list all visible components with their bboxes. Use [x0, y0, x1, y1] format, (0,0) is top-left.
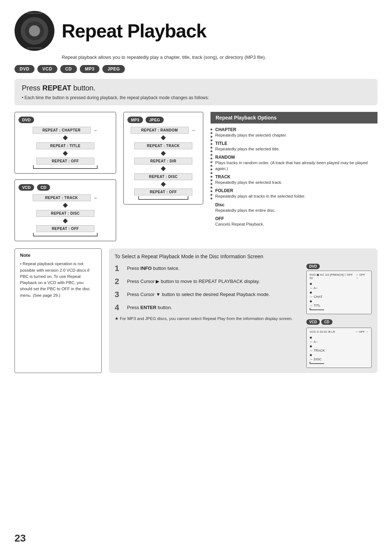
flow-row-track: REPEAT : TRACK ←: [19, 194, 112, 201]
step-2-text: Press Cursor ▶ button to move to REPEAT …: [127, 277, 260, 285]
flow-arrow-5: ◆: [161, 134, 166, 142]
steps-column: 1 Press INFO button twice. 2 Press Curso…: [115, 264, 301, 368]
vcd-down-3: ◆: [310, 353, 312, 357]
dvd-display-section: DVD DVD ▣ KC 1/2 [FRENCH] □ OFF 02 ↔ OFF…: [306, 264, 372, 314]
down-arrow-1: ◆: [310, 282, 312, 285]
flow-label-mp3-track: REPEAT : TRACK: [134, 142, 192, 149]
opt-disc: Disc Repeatedly plays the entire disc.: [215, 202, 377, 213]
note-box: Note • Repeat playback operation is not …: [15, 248, 102, 373]
steps-and-dvd: 1 Press INFO button twice. 2 Press Curso…: [115, 264, 372, 368]
opt-title: TITLE Repeatedly plays the selected titl…: [215, 141, 377, 152]
dvd-flow-section: DVD REPEAT : CHAPTER ← ◆ REPEAT : TITLE …: [15, 112, 116, 174]
vcd-down-2: ◆: [310, 344, 312, 348]
vdot-10: [211, 161, 212, 163]
vcd-item-track: ↔ TRACK: [310, 349, 368, 352]
badge-vcd: VCD: [37, 65, 57, 73]
vdot-17: [211, 187, 212, 189]
opt-folder-desc: Repeatedly plays all tracks in the selec…: [215, 193, 377, 199]
dvd-item-down-3: ◆: [310, 299, 368, 303]
dvd-small-bracket: [310, 308, 324, 310]
opt-title-desc: Repeatedly plays the selected title.: [215, 146, 377, 152]
to-select-label: To Select a Repeat Playback Mode in the …: [115, 254, 263, 259]
dvd-item-chat: ↔ CHAT: [310, 295, 368, 299]
vdot-1: [211, 129, 212, 130]
press-label: Press: [22, 84, 42, 92]
dvd-a-label: ↔ A−: [310, 286, 318, 290]
flow-label-disc: REPEAT : DISC: [36, 210, 94, 217]
arrow-chapter: ←: [94, 127, 98, 133]
dvd-off-label: ↔ OFF →: [356, 273, 368, 280]
jpeg-badge: JPEG: [146, 117, 163, 123]
flow-label-off2: REPEAT : OFF: [36, 225, 94, 232]
dvd-display-items: ◆ ↔ A− ◆ ↔ CHAT: [310, 280, 368, 312]
vdot-7: [211, 150, 212, 152]
opt-random: RANDOM Plays tracks in random order. (A …: [215, 155, 377, 171]
svg-text:01010110101001: 01010110101001: [27, 47, 42, 49]
vcd-off-label: ↔ OFF →: [355, 330, 368, 333]
repeat-bold: REPEAT: [42, 84, 72, 92]
flow-item-off: REPEAT : OFF: [19, 158, 112, 165]
down-arrow-2: ◆: [310, 291, 312, 294]
to-select-title: To Select a Repeat Playback Mode in the …: [115, 254, 372, 259]
vertical-dots: [211, 127, 212, 230]
step-1-text: Press INFO button twice.: [127, 264, 180, 272]
vdot-15: [211, 179, 212, 181]
vdot-18: [211, 190, 212, 192]
dvd-flow-badge: DVD: [19, 117, 34, 123]
vcd-item-down-3: ◆: [310, 353, 368, 357]
flow-label-dir: REPEAT : DIR: [134, 158, 192, 165]
opt-track-desc: Repeatedly plays the selected track.: [215, 179, 377, 185]
page-wrapper: 10100101011010 01010110101001 Repeat Pla…: [0, 0, 392, 555]
page-title: Repeat Playback: [62, 20, 206, 42]
dvd-item-down-1: ◆: [310, 282, 368, 285]
dvd-chat-label: ↔ CHAT: [310, 295, 322, 299]
dvd-info-row: DVD ▣ KC 1/2 [FRENCH] □ OFF 02 ↔ OFF →: [310, 273, 368, 280]
vcd-disc-label: ↔ DISC: [310, 357, 322, 361]
vdot-8: [211, 154, 212, 156]
opt-folder-name: FOLDER: [215, 188, 377, 193]
flow-item-chapter: REPEAT : CHAPTER ← ◆: [19, 127, 112, 142]
options-list: CHAPTER Repeatedly plays the selected ch…: [215, 127, 377, 230]
opt-title-name: TITLE: [215, 141, 377, 146]
svg-text:10100101011010: 10100101011010: [27, 12, 42, 14]
flow-item-mp3-off: REPEAT : OFF: [127, 189, 199, 195]
subtitle: Repeat playback allows you to repeatedly…: [62, 54, 377, 60]
badge-jpeg: JPEG: [102, 65, 125, 73]
dvd-info-text: DVD ▣ KC 1/2 [FRENCH] □ OFF 02: [310, 273, 356, 280]
vdot-14: [211, 176, 212, 178]
opt-chapter: CHAPTER Repeatedly plays the selected ch…: [215, 127, 377, 138]
footer-note: ★ For MP3 and JPEG discs, you cannot sel…: [115, 316, 301, 321]
flow-row-random: REPEAT : RANDOM ←: [127, 127, 199, 134]
mp3-bracket: [138, 196, 188, 200]
dvd-item-down-2: ◆: [310, 291, 368, 294]
vcd-info-text: VCD ⊙ 02:02 ⊕ LR: [310, 330, 335, 333]
vdot-6: [211, 147, 212, 149]
vdot-9: [211, 158, 212, 159]
flow-row-chapter: REPEAT : CHAPTER ←: [19, 127, 112, 134]
opt-track: TRACK Repeatedly plays the selected trac…: [215, 174, 377, 185]
format-badges: DVD VCD CD MP3 JPEG: [15, 65, 377, 73]
to-select-section: To Select a Repeat Playback Mode in the …: [109, 248, 377, 373]
opt-track-name: TRACK: [215, 174, 377, 179]
press-repeat-title: Press REPEAT button.: [22, 84, 370, 92]
logo-circle: 10100101011010 01010110101001: [15, 11, 54, 51]
flow-label-mp3-off: REPEAT : OFF: [134, 189, 192, 195]
opt-chapter-name: CHAPTER: [215, 127, 377, 132]
flow-item-track: REPEAT : TRACK ← ◆: [19, 194, 112, 209]
step-4-number: 4: [115, 303, 123, 312]
vcd-a-label: ↔ A−: [310, 340, 318, 344]
flow-item-dir: REPEAT : DIR ◆: [127, 158, 199, 173]
step-3: 3 Press Cursor ▼ button to select the de…: [115, 290, 301, 299]
vcd-bracket: [33, 233, 98, 236]
speaker-icon: 10100101011010 01010110101001: [15, 11, 54, 51]
options-header: Repeat Playback Options: [211, 112, 377, 123]
vcd-badge: VCD: [19, 184, 34, 191]
flow-label-mp3-disc: REPEAT : DISC: [134, 173, 192, 180]
arrow-random: ←: [192, 127, 196, 133]
svg-point-5: [33, 29, 36, 32]
mp3-jpeg-flow-section: MP3 JPEG REPEAT : RANDOM ← ◆ REPEAT : TR…: [123, 112, 203, 204]
vdot-2: [211, 132, 212, 134]
vcd-info-row: VCD ⊙ 02:02 ⊕ LR ↔ OFF →: [310, 330, 368, 333]
opt-off-name: OFF: [215, 216, 377, 221]
mp3-badge: MP3: [127, 117, 143, 123]
